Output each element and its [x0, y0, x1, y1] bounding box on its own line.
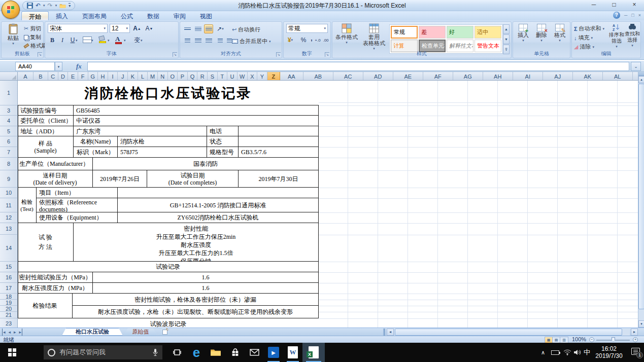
name-box-dropdown-icon[interactable]: ▾: [55, 62, 62, 71]
copy-button[interactable]: 复制: [24, 33, 41, 41]
row-header[interactable]: 19: [0, 300, 18, 306]
ime-indicator[interactable]: 中: [584, 343, 590, 362]
bottom-align-button[interactable]: [204, 24, 213, 33]
row-header[interactable]: 20: [0, 306, 18, 312]
ribbon-tab[interactable]: 插入: [49, 11, 75, 20]
align-center-button[interactable]: [193, 36, 202, 45]
row-header[interactable]: 8: [0, 158, 18, 170]
font-dialog-launcher-icon[interactable]: ↘: [173, 52, 177, 57]
decrease-decimal-button[interactable]: .00: [321, 35, 330, 45]
column-header[interactable]: AE: [393, 72, 423, 81]
excel-app-button[interactable]: X: [302, 343, 325, 362]
standard-value[interactable]: GB+12514.1-2005 消防接口通用标准: [118, 198, 319, 212]
sheet-tab-active[interactable]: 枪口水压试验: [62, 328, 123, 336]
column-header[interactable]: R: [197, 72, 208, 81]
row-header[interactable]: 12: [0, 212, 18, 223]
column-header[interactable]: O: [168, 72, 178, 81]
task-view-button[interactable]: [167, 343, 187, 362]
font-color-dropdown-icon[interactable]: ▾: [124, 39, 126, 43]
manufacturer-value[interactable]: 国泰消防: [93, 158, 319, 170]
workbook-restore-button[interactable]: □: [631, 13, 634, 18]
tray-caret[interactable]: ∧: [541, 343, 545, 362]
row-header[interactable]: 3: [0, 105, 18, 116]
word-app-button[interactable]: W: [283, 343, 302, 362]
test-date-value[interactable]: 2019年7月30日: [239, 170, 319, 188]
row-header[interactable]: 14: [0, 235, 18, 262]
row-header[interactable]: 18: [0, 294, 18, 300]
expand-formula-bar-icon[interactable]: ⌄: [631, 62, 641, 71]
column-header[interactable]: S: [208, 72, 218, 81]
column-header[interactable]: Q: [188, 72, 198, 81]
prev-sheet-icon[interactable]: ◂: [9, 329, 11, 336]
scroll-left-icon[interactable]: ◂: [387, 329, 394, 336]
media-app-button[interactable]: ▶: [264, 343, 283, 362]
battery-icon[interactable]: [551, 343, 559, 362]
column-header[interactable]: W: [238, 72, 248, 81]
align-left-button[interactable]: [183, 36, 192, 45]
cell-style-item[interactable]: 常规: [391, 26, 418, 39]
paste-button[interactable]: 粘贴 ▾: [3, 23, 23, 53]
merge-center-button[interactable]: 合并后居中▾: [232, 38, 271, 45]
middle-align-button[interactable]: [193, 24, 202, 33]
align-right-button[interactable]: [204, 36, 213, 45]
decrease-indent-button[interactable]: [216, 36, 225, 45]
help-icon[interactable]: ?: [613, 12, 620, 19]
name-value[interactable]: 消防水枪: [118, 136, 207, 147]
column-header[interactable]: I: [108, 72, 118, 81]
row-header[interactable]: 23: [0, 318, 18, 328]
top-align-button[interactable]: [183, 24, 192, 33]
strength-pressure-value[interactable]: 1.6: [93, 283, 319, 294]
borders-icon[interactable]: [83, 37, 92, 43]
address-value[interactable]: 广东东湾: [74, 126, 207, 136]
gallery-up-icon[interactable]: ▲: [503, 24, 510, 34]
next-sheet-icon[interactable]: ▸: [14, 329, 16, 336]
gallery-down-icon[interactable]: ▼: [503, 34, 510, 44]
column-header[interactable]: G: [88, 72, 98, 81]
ribbon-tab[interactable]: 开始: [21, 11, 49, 20]
row-header[interactable]: 1: [0, 81, 18, 105]
method-value[interactable]: 密封性能 升压至最大工作压力保压2min 耐水压强度 升压至最大工作压力的1.5…: [74, 223, 319, 262]
sort-filter-button[interactable]: AZ 排序和 筛选▾: [608, 23, 625, 53]
equipment-value[interactable]: ZY6502消防栓枪口水压试验机: [118, 212, 319, 223]
clipboard-dialog-launcher-icon[interactable]: ↘: [38, 52, 42, 57]
row-header[interactable]: 17: [0, 283, 18, 294]
cut-button[interactable]: ✂ 剪切: [24, 25, 41, 32]
undo-button[interactable]: ↶: [36, 3, 41, 9]
horizontal-scroll-thumb[interactable]: [395, 329, 622, 336]
row-header[interactable]: 10: [0, 188, 18, 198]
zoom-slider-thumb[interactable]: [612, 337, 615, 342]
cell-style-item[interactable]: 适中: [474, 26, 501, 39]
row-header[interactable]: 11: [0, 198, 18, 212]
font-size-combo[interactable]: 12▾: [110, 24, 130, 33]
column-header[interactable]: Y: [257, 72, 267, 81]
column-header[interactable]: AB: [303, 72, 333, 81]
column-header[interactable]: Z: [267, 72, 280, 81]
qat-customize-icon[interactable]: ▾: [69, 3, 71, 8]
insert-function-icon[interactable]: fx: [76, 62, 82, 70]
minimize-button[interactable]: ─: [587, 1, 600, 8]
workbook-close-button[interactable]: ×: [638, 13, 641, 18]
ribbon-tab[interactable]: 数据: [140, 11, 166, 20]
scroll-up-icon[interactable]: ▲: [638, 76, 644, 83]
column-header[interactable]: F: [78, 72, 88, 81]
vertical-scrollbar[interactable]: ▲ ▼: [638, 72, 644, 328]
clock[interactable]: 16:02 2019/7/30: [593, 343, 625, 362]
row-header[interactable]: 16: [0, 272, 18, 283]
seal-pressure-value[interactable]: 1.6: [93, 272, 319, 283]
column-header[interactable]: P: [178, 72, 188, 81]
workbook-minimize-button[interactable]: ─: [624, 13, 627, 18]
borders-dropdown-icon[interactable]: ▾: [91, 39, 93, 43]
fill-button[interactable]: ↓ 填充▾: [574, 34, 593, 42]
row-header[interactable]: 7: [0, 147, 18, 158]
insert-worksheet-tab[interactable]: [158, 328, 172, 336]
format-cells-button[interactable]: ✎ 格式▾: [551, 24, 568, 52]
conditional-formatting-button[interactable]: 条件格式 ▾: [333, 23, 360, 53]
row-header[interactable]: 21: [0, 312, 18, 318]
shrink-font-button[interactable]: A▼: [145, 24, 154, 33]
volume-icon[interactable]: [573, 343, 582, 362]
column-header[interactable]: U: [227, 72, 238, 81]
autosum-button[interactable]: Σ 自动求和▾: [574, 25, 604, 32]
client-value[interactable]: 中诺仪器: [74, 116, 319, 126]
split-handle[interactable]: [638, 72, 644, 76]
column-header[interactable]: T: [218, 72, 228, 81]
